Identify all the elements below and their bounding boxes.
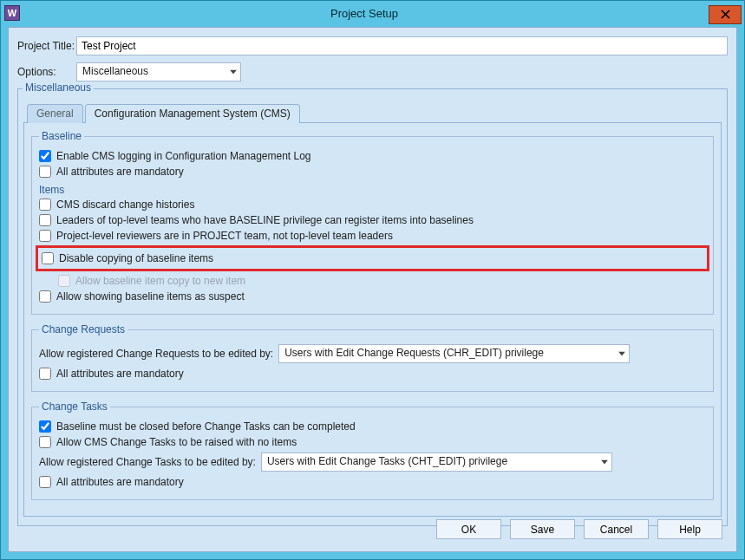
reviewers-checkbox[interactable]: Project-level reviewers are in PROJECT t… xyxy=(39,229,706,243)
chr-all-attr-input[interactable] xyxy=(39,368,51,380)
options-combo-value: Miscellaneous xyxy=(76,62,241,81)
leaders-checkbox[interactable]: Leaders of top-level teams who have BASE… xyxy=(39,213,706,227)
tab-cms[interactable]: Configuration Management System (CMS) xyxy=(85,104,300,123)
cms-discard-checkbox[interactable]: CMS discard change histories xyxy=(39,198,706,212)
window-title: Project Setup xyxy=(20,7,709,20)
miscellaneous-panel: Miscellaneous General Configuration Mana… xyxy=(17,88,728,526)
items-subheader: Items xyxy=(39,184,706,196)
options-row: Options: Miscellaneous xyxy=(17,62,728,81)
ok-button[interactable]: OK xyxy=(436,519,501,539)
app-icon: W xyxy=(4,5,20,21)
leaders-input[interactable] xyxy=(39,214,51,226)
allow-copy-new-label: Allow baseline item copy to new item xyxy=(75,275,245,287)
cms-discard-label: CMS discard change histories xyxy=(56,199,194,211)
enable-cms-logging-checkbox[interactable]: Enable CMS logging in Configuration Mana… xyxy=(39,149,706,163)
allow-no-items-checkbox[interactable]: Allow CMS Change Tasks to be raised with… xyxy=(39,435,706,449)
chr-edited-by-combo[interactable]: Users with Edit Change Requests (CHR_EDI… xyxy=(278,344,630,363)
project-title-row: Project Title: xyxy=(17,36,728,55)
options-label: Options: xyxy=(17,66,76,78)
allow-copy-new-checkbox: Allow baseline item copy to new item xyxy=(58,274,706,288)
change-requests-group: Change Requests Allow registered Change … xyxy=(31,323,714,392)
chr-edited-by-row: Allow registered Change Requests to be e… xyxy=(39,344,706,363)
chr-all-attr-label: All attributes are mandatory xyxy=(56,368,184,380)
disable-copy-label: Disable copying of baseline items xyxy=(59,252,213,264)
close-icon xyxy=(721,10,730,19)
cht-edited-by-combo[interactable]: Users with Edit Change Tasks (CHT_EDIT) … xyxy=(261,453,612,472)
enable-cms-logging-input[interactable] xyxy=(39,150,51,162)
help-button[interactable]: Help xyxy=(657,519,722,539)
allow-suspect-input[interactable] xyxy=(39,290,51,303)
change-tasks-group: Change Tasks Baseline must be closed bef… xyxy=(31,400,714,500)
allow-suspect-label: Allow showing baseline items as suspect xyxy=(56,290,245,303)
baseline-all-attr-label: All attributes are mandatory xyxy=(56,166,184,178)
client-area: Project Title: Options: Miscellaneous Mi… xyxy=(8,27,737,552)
enable-cms-logging-label: Enable CMS logging in Configuration Mana… xyxy=(56,150,311,162)
chr-edited-by-label: Allow registered Change Requests to be e… xyxy=(39,348,273,360)
cht-all-attr-checkbox[interactable]: All attributes are mandatory xyxy=(39,475,706,489)
miscellaneous-panel-title: Miscellaneous xyxy=(23,81,94,94)
tab-body-cms: Baseline Enable CMS logging in Configura… xyxy=(23,122,722,517)
allow-no-items-label: Allow CMS Change Tasks to be raised with… xyxy=(56,436,297,448)
allow-copy-new-input xyxy=(58,275,70,287)
disable-copy-input[interactable] xyxy=(42,252,54,264)
cht-all-attr-input[interactable] xyxy=(39,476,51,488)
baseline-closed-checkbox[interactable]: Baseline must be closed before Change Ta… xyxy=(39,420,706,433)
baseline-all-attr-checkbox[interactable]: All attributes are mandatory xyxy=(39,165,706,179)
reviewers-input[interactable] xyxy=(39,230,51,242)
cht-edited-by-label: Allow registered Change Tasks to be edit… xyxy=(39,456,256,468)
tab-general[interactable]: General xyxy=(27,104,83,123)
save-button[interactable]: Save xyxy=(510,519,575,539)
dialog-buttons: OK Save Cancel Help xyxy=(436,519,722,539)
baseline-group: Baseline Enable CMS logging in Configura… xyxy=(31,130,714,315)
cms-discard-input[interactable] xyxy=(39,199,51,211)
change-tasks-legend: Change Tasks xyxy=(39,400,110,413)
baseline-all-attr-input[interactable] xyxy=(39,166,51,178)
cht-edited-by-value: Users with Edit Change Tasks (CHT_EDIT) … xyxy=(261,453,612,472)
cht-edited-by-row: Allow registered Change Tasks to be edit… xyxy=(39,453,706,472)
allow-suspect-checkbox[interactable]: Allow showing baseline items as suspect xyxy=(39,290,706,303)
tab-strip: General Configuration Management System … xyxy=(27,103,722,122)
tab-container: General Configuration Management System … xyxy=(23,103,722,517)
change-requests-legend: Change Requests xyxy=(39,323,127,335)
close-button[interactable] xyxy=(709,5,742,24)
reviewers-label: Project-level reviewers are in PROJECT t… xyxy=(56,230,393,242)
disable-copy-highlight: Disable copying of baseline items xyxy=(36,245,709,271)
cancel-button[interactable]: Cancel xyxy=(584,519,649,539)
chr-all-attr-checkbox[interactable]: All attributes are mandatory xyxy=(39,367,706,381)
chr-edited-by-value: Users with Edit Change Requests (CHR_EDI… xyxy=(278,344,630,363)
allow-no-items-input[interactable] xyxy=(39,436,51,448)
baseline-closed-label: Baseline must be closed before Change Ta… xyxy=(56,420,356,433)
baseline-closed-input[interactable] xyxy=(39,420,51,433)
project-title-input[interactable] xyxy=(76,36,728,55)
leaders-label: Leaders of top-level teams who have BASE… xyxy=(56,214,474,226)
disable-copy-checkbox[interactable]: Disable copying of baseline items xyxy=(42,251,703,265)
project-setup-window: W Project Setup Project Title: Options: … xyxy=(0,0,745,560)
options-combo[interactable]: Miscellaneous xyxy=(76,62,241,81)
baseline-legend: Baseline xyxy=(39,130,84,142)
cht-all-attr-label: All attributes are mandatory xyxy=(56,476,184,488)
titlebar: W Project Setup xyxy=(1,1,744,25)
project-title-label: Project Title: xyxy=(17,40,76,52)
